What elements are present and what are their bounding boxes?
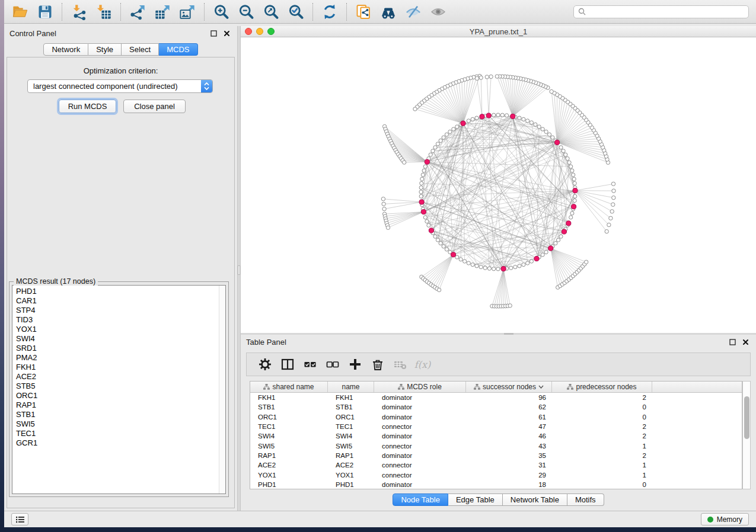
column-header-name[interactable]: name (328, 382, 374, 392)
table-settings-button[interactable] (257, 357, 273, 373)
optimization-criterion-select[interactable]: largest connected component (undirected) (27, 79, 213, 93)
mcds-result-item[interactable]: STB1 (12, 410, 225, 419)
table-cell: 47 (466, 423, 552, 430)
run-mcds-button[interactable]: Run MCDS (59, 100, 116, 113)
mcds-result-item[interactable]: ACE2 (12, 372, 225, 382)
tab-motifs[interactable]: Motifs (567, 493, 604, 506)
mcds-result-item[interactable]: SWI4 (12, 334, 225, 344)
table-row[interactable]: TEC1TEC1connector472 (250, 422, 742, 431)
zoom-out-button[interactable] (234, 2, 258, 22)
import-table-button[interactable] (92, 2, 116, 22)
network-from-selection-button[interactable] (352, 2, 375, 22)
delete-entry-button[interactable] (369, 357, 385, 373)
zoom-selected-button[interactable] (284, 2, 308, 22)
splitter-grip[interactable] (238, 265, 240, 275)
mcds-result-item[interactable]: CAR1 (12, 296, 225, 306)
mcds-result-item[interactable]: PMA2 (12, 353, 225, 363)
column-header-shared-name[interactable]: shared name (250, 382, 328, 392)
table-row[interactable]: ORC1ORC1dominator610 (250, 412, 742, 422)
zoom-in-button[interactable] (209, 2, 233, 22)
table-row[interactable]: RAP1RAP1dominator352 (250, 451, 742, 460)
column-header-mcds-role[interactable]: MCDS role (374, 382, 466, 392)
column-header-predecessor-nodes[interactable]: predecessor nodes (552, 382, 652, 392)
deselect-all-button[interactable] (324, 357, 340, 373)
result-list-scrollbar[interactable] (219, 286, 225, 493)
mcds-result-item[interactable]: STP4 (12, 306, 225, 315)
float-panel-button[interactable] (728, 337, 738, 347)
tab-select[interactable]: Select (122, 43, 159, 56)
table-row[interactable]: SWI5SWI5connector431 (250, 441, 742, 450)
mcds-result-item[interactable]: ORC1 (12, 391, 225, 400)
mcds-result-item[interactable]: TEC1 (12, 429, 225, 438)
table-cell: 0 (552, 403, 652, 411)
zoom-in-icon (213, 4, 229, 20)
network-window: YPA_prune.txt_1 (241, 26, 756, 333)
window-close-button[interactable] (245, 28, 252, 35)
show-columns-button[interactable] (279, 357, 295, 373)
close-panel-button[interactable] (222, 28, 232, 38)
search-input[interactable] (589, 7, 744, 17)
import-network-icon (71, 4, 87, 20)
network-canvas[interactable] (241, 37, 756, 333)
export-table-button[interactable] (151, 2, 174, 22)
export-network-button[interactable] (126, 2, 149, 22)
mcds-result-item[interactable]: SWI5 (12, 419, 225, 429)
tab-mcds[interactable]: MCDS (159, 43, 197, 56)
table-cell: connector (374, 472, 466, 479)
table-row[interactable]: YOX1YOX1connector291 (250, 470, 742, 479)
table-row[interactable]: STB1STB1dominator620 (250, 402, 742, 412)
import-network-button[interactable] (67, 2, 91, 22)
column-header-successor-nodes[interactable]: successor nodes (466, 382, 552, 392)
table-row[interactable]: PHD1PHD1dominator180 (250, 480, 742, 489)
apply-layout-icon (321, 4, 338, 20)
window-zoom-button[interactable] (267, 28, 275, 35)
mcds-result-item[interactable]: TID3 (12, 315, 225, 325)
function-builder-icon: f(x) (414, 359, 430, 370)
hide-selected-button[interactable] (401, 2, 425, 22)
toolbar-separator (120, 3, 121, 21)
table-cell: 46 (466, 432, 552, 440)
float-panel-button[interactable] (209, 28, 219, 38)
mcds-result-item[interactable]: STB5 (12, 382, 225, 391)
mcds-result-item[interactable]: FKH1 (12, 363, 225, 372)
zoom-fit-icon (263, 4, 279, 20)
close-mcds-panel-button[interactable]: Close panel (123, 100, 186, 113)
add-entry-button[interactable] (347, 357, 363, 373)
mcds-result-item[interactable]: SRD1 (12, 344, 225, 353)
memory-button[interactable]: Memory (701, 513, 749, 525)
sitemap-icon (398, 384, 404, 390)
export-image-button[interactable] (176, 2, 199, 22)
select-all-button[interactable] (302, 357, 318, 373)
tab-edge-table[interactable]: Edge Table (448, 493, 503, 506)
node-table-header: shared namenameMCDS rolesuccessor nodesp… (250, 382, 742, 393)
network-graph[interactable] (241, 37, 756, 333)
table-panel: Table Panel f(x) shared namenameMCDS rol… (241, 335, 756, 511)
tab-node-table[interactable]: Node Table (393, 493, 448, 506)
zoom-fit-button[interactable] (259, 2, 283, 22)
open-file-button[interactable] (8, 2, 32, 22)
tab-network-table[interactable]: Network Table (503, 493, 567, 506)
panel-list-button[interactable] (11, 513, 28, 525)
table-row[interactable]: FKH1FKH1dominator962 (250, 393, 742, 402)
window-minimize-button[interactable] (256, 28, 263, 35)
table-scrollbar-thumb[interactable] (744, 396, 749, 439)
mcds-result-item[interactable]: YOX1 (12, 325, 225, 334)
export-table-icon (154, 4, 171, 20)
table-cell: 2 (552, 394, 652, 401)
mcds-result-item[interactable]: RAP1 (12, 400, 225, 410)
apply-layout-button[interactable] (318, 2, 342, 22)
tab-style[interactable]: Style (88, 43, 122, 56)
mcds-result-item[interactable]: PHD1 (12, 287, 225, 296)
table-row[interactable]: ACE2ACE2connector311 (250, 460, 742, 470)
save-session-button[interactable] (33, 2, 57, 22)
right-column: YPA_prune.txt_1 Table Panel (241, 26, 756, 511)
first-neighbors-button[interactable] (377, 2, 400, 22)
deselect-all-icon (326, 357, 340, 371)
close-panel-button[interactable] (741, 337, 751, 347)
mcds-result-item[interactable]: GCR1 (12, 438, 225, 448)
table-row[interactable]: SWI4SWI4dominator462 (250, 431, 742, 441)
list-icon (15, 516, 25, 523)
search-icon (578, 8, 586, 15)
tab-network[interactable]: Network (43, 43, 88, 56)
show-all-button[interactable] (426, 2, 450, 22)
